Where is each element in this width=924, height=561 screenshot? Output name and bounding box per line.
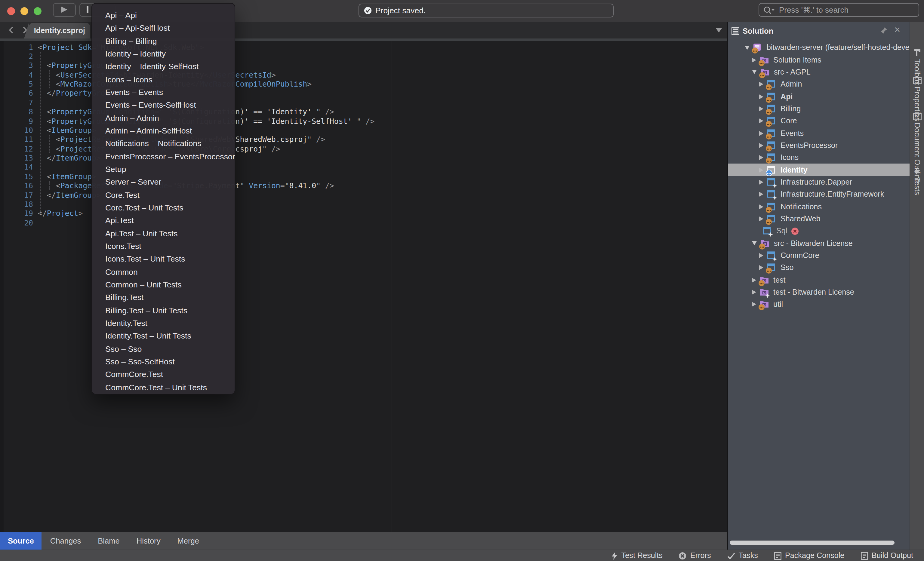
menu-item[interactable]: Admin – Admin [92, 112, 235, 124]
tree-row-icons[interactable]: Icons [728, 151, 910, 164]
pending-changes-badge [759, 243, 765, 249]
expander-right-icon[interactable] [752, 277, 756, 282]
git-tab-blame[interactable]: Blame [89, 532, 128, 550]
expander-right-icon[interactable] [752, 57, 756, 62]
tree-row-events[interactable]: Events [728, 127, 910, 139]
tree-row-infrastructure.dapper[interactable]: Infrastructure.Dapper [728, 176, 910, 188]
menu-item[interactable]: Admin – Admin-SelfHost [92, 124, 235, 138]
expander-right-icon[interactable] [759, 131, 763, 136]
minimize-window-button[interactable] [21, 7, 28, 15]
expander-right-icon[interactable] [759, 192, 763, 197]
tree-row-bitwarden-server[interactable]: bitwarden-server (feature/self-hosted-de… [728, 42, 910, 54]
menu-item[interactable]: Billing.Test [92, 291, 235, 304]
expander-right-icon[interactable] [759, 106, 763, 111]
expander-right-icon[interactable] [759, 180, 763, 185]
expander-right-icon[interactable] [752, 302, 756, 307]
status-item-tasks[interactable]: Tasks [727, 551, 758, 560]
git-tab-merge[interactable]: Merge [169, 532, 207, 550]
expander-down-icon[interactable] [744, 45, 749, 49]
menu-item[interactable]: Events – Events [92, 86, 235, 99]
menu-item[interactable]: Server – Server [92, 176, 235, 189]
expander-down-icon[interactable] [752, 241, 756, 245]
menu-item[interactable]: CommCore.Test – Unit Tests [92, 381, 235, 394]
line-number: 13 [0, 153, 33, 163]
status-item-label: Test Results [621, 551, 663, 560]
menu-item[interactable]: Setup [92, 163, 235, 176]
tree-row-sso[interactable]: Sso [728, 262, 910, 274]
tree-row-sql[interactable]: Sql [728, 225, 910, 237]
search-input[interactable]: Press '⌘.' to search [759, 3, 919, 17]
run-button[interactable] [53, 3, 76, 17]
status-item-test-results[interactable]: Test Results [611, 551, 663, 560]
menu-item[interactable]: Billing – Billing [92, 34, 235, 48]
tree-row-billing[interactable]: Billing [728, 103, 910, 115]
git-tab-history[interactable]: History [128, 532, 169, 550]
expander-down-icon[interactable] [752, 70, 756, 74]
expander-right-icon[interactable] [759, 156, 763, 160]
menu-item[interactable]: Core.Test [92, 188, 235, 202]
status-item-errors[interactable]: Errors [679, 551, 711, 560]
close-icon[interactable]: ✕ [894, 25, 900, 34]
expander-right-icon[interactable] [759, 94, 763, 99]
menu-item[interactable]: Sso – Sso-SelfHost [92, 355, 235, 368]
dock-tab-tests[interactable]: Tests [910, 167, 924, 195]
tab-overflow-icon[interactable] [716, 28, 722, 33]
tree-row-eventsprocessor[interactable]: EventsProcessor [728, 139, 910, 152]
tree-row-admin[interactable]: Admin [728, 78, 910, 90]
expander-right-icon[interactable] [759, 143, 763, 148]
tree-row-commcore[interactable]: CommCore [728, 250, 910, 262]
status-item-package-console[interactable]: Package Console [774, 551, 844, 560]
menu-item[interactable]: Identity.Test [92, 317, 235, 330]
zoom-window-button[interactable] [34, 7, 42, 15]
tree-row-api[interactable]: Api [728, 90, 910, 103]
expander-right-icon[interactable] [752, 290, 756, 295]
menu-item[interactable]: Identity – Identity [92, 48, 235, 60]
expander-right-icon[interactable] [759, 168, 763, 172]
play-icon [62, 7, 68, 13]
lightning-icon [611, 552, 618, 560]
menu-item[interactable]: Common – Unit Tests [92, 278, 235, 291]
tree-row-sharedweb[interactable]: SharedWeb [728, 213, 910, 225]
menu-item[interactable]: Api – Api [92, 9, 235, 22]
tree-row-infrastructure.entityframework[interactable]: Infrastructure.EntityFramework [728, 188, 910, 200]
close-window-button[interactable] [7, 7, 15, 15]
menu-item[interactable]: Notifications – Notifications [92, 138, 235, 150]
menu-item[interactable]: Api.Test [92, 214, 235, 227]
tree-row-core[interactable]: Core [728, 115, 910, 127]
navigate-back-icon[interactable] [7, 26, 16, 34]
menu-item[interactable]: Core.Test – Unit Tests [92, 202, 235, 214]
tree-row-util[interactable]: util [728, 298, 910, 311]
expander-right-icon[interactable] [759, 82, 763, 87]
menu-item[interactable]: Identity.Test – Unit Tests [92, 329, 235, 343]
status-item-build-output[interactable]: Build Output [861, 551, 913, 560]
tree-row-src[interactable]: src - Bitwarden License [728, 237, 910, 250]
menu-item[interactable]: Events – Events-SelfHost [92, 99, 235, 112]
tree-row-test[interactable]: test - Bitwarden License [728, 286, 910, 299]
expander-right-icon[interactable] [759, 253, 763, 258]
horizontal-scrollbar[interactable] [730, 540, 894, 545]
menu-item[interactable]: EventsProcessor – EventsProcessor [92, 150, 235, 163]
menu-item[interactable]: Icons.Test – Unit Tests [92, 253, 235, 265]
menu-item[interactable]: CommCore.Test [92, 368, 235, 381]
expander-right-icon[interactable] [759, 217, 763, 221]
expander-right-icon[interactable] [759, 265, 763, 270]
git-tab-source[interactable]: Source [0, 532, 42, 550]
menu-item[interactable]: Icons.Test [92, 240, 235, 253]
expander-right-icon[interactable] [759, 204, 763, 209]
menu-item[interactable]: Sso – Sso [92, 343, 235, 355]
expander-right-icon[interactable] [759, 118, 763, 123]
tab-identity-csproj[interactable]: Identity.csproj [29, 23, 90, 39]
menu-item[interactable]: Api.Test – Unit Tests [92, 227, 235, 240]
menu-item[interactable]: Icons – Icons [92, 73, 235, 86]
menu-item[interactable]: Identity – Identity-SelfHost [92, 60, 235, 73]
menu-item[interactable]: Billing.Test – Unit Tests [92, 304, 235, 317]
git-tab-changes[interactable]: Changes [42, 532, 89, 550]
pin-icon[interactable] [880, 27, 888, 34]
menu-item[interactable]: Api – Api-SelfHost [92, 22, 235, 35]
tree-row-notifications[interactable]: Notifications [728, 200, 910, 213]
tree-row-src[interactable]: src - AGPL [728, 66, 910, 78]
tree-row-test[interactable]: test [728, 274, 910, 286]
tree-row-identity[interactable]: Identity [728, 164, 910, 176]
tree-row-solution[interactable]: Solution Items [728, 54, 910, 66]
menu-item[interactable]: Common [92, 265, 235, 278]
